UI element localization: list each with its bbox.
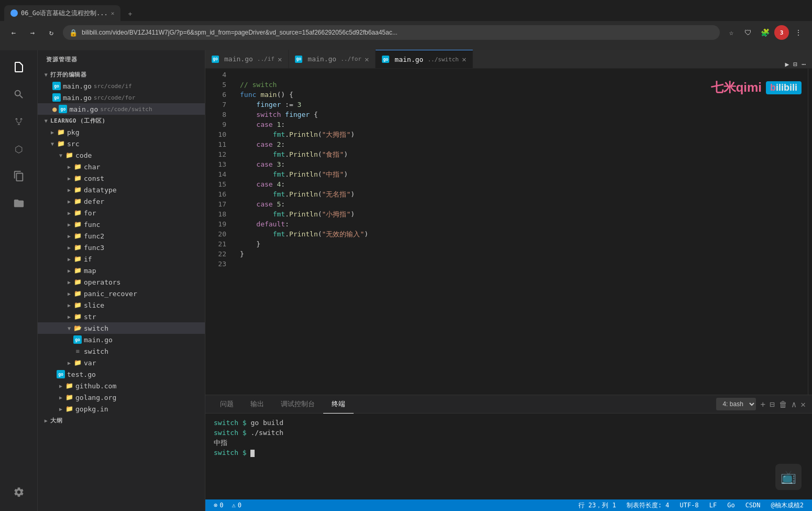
open-editor-for[interactable]: go main.go src/code/for <box>38 92 205 103</box>
tree-switch-maingo[interactable]: go main.go <box>38 334 205 345</box>
more-actions-icon[interactable]: ⋯ <box>802 60 806 68</box>
status-notifications[interactable]: @柚木成植2 <box>769 499 806 511</box>
tab-for-close[interactable]: ✕ <box>365 55 369 63</box>
tree-defer[interactable]: ▶ 📁 defer <box>38 195 205 207</box>
activity-settings[interactable] <box>6 482 31 507</box>
open-editor-if-name: main.go <box>63 82 92 90</box>
browser-tab-active[interactable]: 06_Go语言基础之流程控制... ✕ <box>4 5 120 21</box>
code-line-8: switch finger { <box>240 110 808 119</box>
open-editor-switch[interactable]: ● go main.go src/code/switch <box>38 103 205 115</box>
activity-explorer[interactable] <box>6 55 31 80</box>
tree-const-label: const <box>84 175 104 182</box>
tree-pkg-label: pkg <box>67 128 79 136</box>
url-text: bilibili.com/video/BV1ZJ411W7jG/?p=6&spm… <box>82 29 398 36</box>
terminal-content[interactable]: switch $ go build switch $ ./switch 中指 s… <box>205 414 812 499</box>
status-line-ending[interactable]: LF <box>707 499 719 511</box>
panel-tab-terminal[interactable]: 终端 <box>323 395 354 414</box>
tree-github[interactable]: ▶ 📁 github.com <box>38 380 205 392</box>
forward-button[interactable]: → <box>25 25 40 40</box>
tree-for[interactable]: ▶ 📁 for <box>38 207 205 219</box>
browser-tab-icon <box>10 9 18 17</box>
bookmark-icon[interactable]: ☆ <box>724 25 739 40</box>
tree-golang[interactable]: ▶ 📁 golang.org <box>38 392 205 403</box>
open-editor-if[interactable]: go main.go src/code/if <box>38 80 205 92</box>
language-text: Go <box>727 502 734 509</box>
status-warnings[interactable]: ⚠ 0 <box>229 499 243 511</box>
gopkg-arrow: ▶ <box>57 406 65 412</box>
tree-code[interactable]: ▼ 📁 code <box>38 149 205 161</box>
new-tab-button[interactable]: + <box>123 6 137 21</box>
workspace-arrow: ▼ <box>42 118 50 124</box>
tree-operators[interactable]: ▶ 📁 operators <box>38 276 205 288</box>
tree-testgo[interactable]: go test.go <box>38 368 205 380</box>
tab-switch-close[interactable]: ✕ <box>462 55 466 63</box>
activity-file-manager[interactable] <box>6 191 31 216</box>
run-icon[interactable]: ▶ <box>785 60 789 68</box>
tv-icon[interactable]: 📺 <box>775 464 802 490</box>
activity-copy[interactable] <box>6 164 31 189</box>
status-encoding[interactable]: UTF-8 <box>678 499 701 511</box>
code-line-18: fmt.Println("小拇指") <box>240 209 808 219</box>
code-editor[interactable]: 4 5 6 7 8 9 10 11 12 13 14 15 16 17 18 1… <box>205 69 812 395</box>
tab-switch[interactable]: go main.go ../switch ✕ <box>376 50 473 68</box>
terminal-up-icon[interactable]: ∧ <box>792 399 797 409</box>
status-language[interactable]: Go <box>725 499 737 511</box>
tab-for[interactable]: go main.go ../for ✕ <box>289 50 376 68</box>
tree-slice[interactable]: ▶ 📁 slice <box>38 299 205 311</box>
code-arrow: ▼ <box>57 153 65 158</box>
tree-str[interactable]: ▶ 📁 str <box>38 311 205 322</box>
tree-map[interactable]: ▶ 📁 map <box>38 265 205 276</box>
panel-tab-output[interactable]: 输出 <box>242 395 272 414</box>
terminal-label: 终端 <box>332 399 345 409</box>
panel-tab-debug[interactable]: 调试控制台 <box>272 395 323 414</box>
tree-var[interactable]: ▶ 📁 var <box>38 357 205 368</box>
profile-icon[interactable]: 3 <box>774 25 789 40</box>
browser-tab-close-icon[interactable]: ✕ <box>111 10 115 17</box>
vscode-editor: ⬡ 资源管理器 ▼ 打开的编辑器 go main.go src/code/if <box>0 50 812 511</box>
code-content[interactable]: // switch func main() { finger := 3 swit… <box>232 69 808 395</box>
tree-if[interactable]: ▶ 📁 if <box>38 253 205 265</box>
tree-switch[interactable]: ▼ 📂 switch <box>38 322 205 334</box>
tree-datatype[interactable]: ▶ 📁 datatype <box>38 184 205 195</box>
bash-selector[interactable]: 4: bash <box>716 398 756 410</box>
close-panel-icon[interactable]: ✕ <box>800 399 806 409</box>
tree-char[interactable]: ▶ 📁 char <box>38 161 205 172</box>
workspace-section[interactable]: ▼ LEARNGO (工作区) <box>38 115 205 126</box>
datatype-folder-icon: 📁 <box>73 186 82 194</box>
add-terminal-icon[interactable]: + <box>760 399 765 409</box>
status-tabsize[interactable]: 制表符长度: 4 <box>624 499 672 511</box>
split-terminal-icon[interactable]: ⊟ <box>770 399 775 409</box>
tree-panic-recover[interactable]: ▶ 📁 panic_recover <box>38 288 205 299</box>
split-editor-icon[interactable]: ⊟ <box>793 60 797 68</box>
tree-func[interactable]: ▶ 📁 func <box>38 219 205 230</box>
menu-icon[interactable]: ⋮ <box>791 25 806 40</box>
open-editors-section[interactable]: ▼ 打开的编辑器 <box>38 69 205 80</box>
shield-icon[interactable]: 🛡 <box>741 25 755 40</box>
tree-gopkg[interactable]: ▶ 📁 gopkg.in <box>38 403 205 415</box>
tab-if[interactable]: go main.go ../if ✕ <box>205 50 289 68</box>
tab-if-close[interactable]: ✕ <box>278 55 282 63</box>
status-errors[interactable]: ⊗ 0 <box>212 499 225 511</box>
activity-search[interactable] <box>6 82 31 107</box>
tree-src[interactable]: ▼ 📁 src <box>38 138 205 149</box>
warning-count: 0 <box>238 502 242 509</box>
delete-terminal-icon[interactable]: 🗑 <box>779 399 787 409</box>
status-left: ⊗ 0 ⚠ 0 <box>212 499 244 511</box>
back-button[interactable]: ← <box>6 25 21 40</box>
modified-dot: ● <box>52 105 57 113</box>
error-icon: ⊗ <box>214 502 217 509</box>
extensions-icon[interactable]: 🧩 <box>758 25 772 40</box>
activity-source-control[interactable] <box>6 109 31 134</box>
status-position[interactable]: 行 23，列 1 <box>576 499 618 511</box>
refresh-button[interactable]: ↻ <box>44 25 59 40</box>
tree-pkg[interactable]: ▶ 📁 pkg <box>38 126 205 138</box>
tree-const[interactable]: ▶ 📁 const <box>38 172 205 184</box>
panel-tab-problems[interactable]: 问题 <box>212 395 242 414</box>
status-remote[interactable]: CSDN <box>743 499 763 511</box>
outline-section[interactable]: ▶ 大纲 <box>38 415 205 426</box>
tree-func2[interactable]: ▶ 📁 func2 <box>38 230 205 242</box>
tree-func3[interactable]: ▶ 📁 func3 <box>38 242 205 253</box>
address-bar[interactable]: 🔒 bilibili.com/video/BV1ZJ411W7jG/?p=6&s… <box>63 25 720 40</box>
tree-switch-file[interactable]: ≡ switch <box>38 345 205 357</box>
activity-remote[interactable]: ⬡ <box>6 136 31 161</box>
